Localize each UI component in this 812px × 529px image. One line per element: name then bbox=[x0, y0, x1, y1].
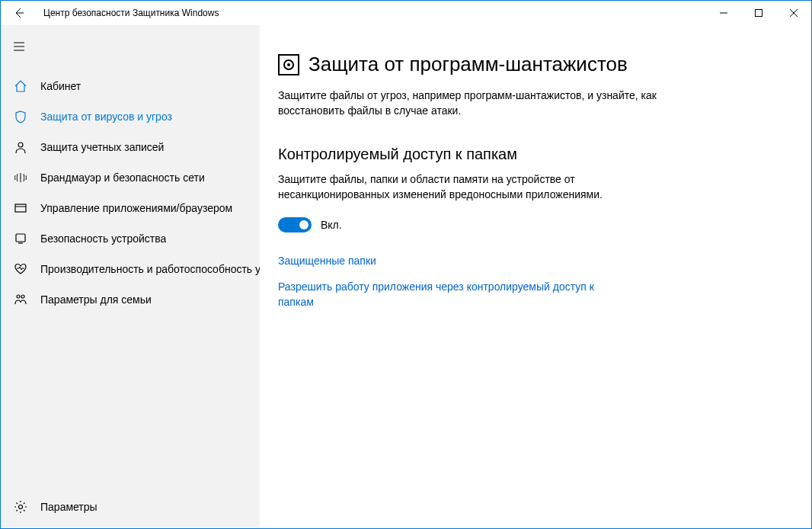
person-icon bbox=[13, 139, 28, 155]
main-content: Защита от программ-шантажистов Защитите … bbox=[260, 25, 811, 528]
svg-point-5 bbox=[21, 295, 24, 298]
app-control-icon bbox=[13, 200, 28, 216]
sidebar-item-home[interactable]: Кабинет bbox=[1, 71, 260, 101]
page-title: Защита от программ-шантажистов bbox=[308, 53, 628, 76]
toggle-label: Вкл. bbox=[321, 219, 342, 231]
controlled-folder-access-toggle[interactable] bbox=[278, 217, 312, 232]
close-button[interactable] bbox=[776, 1, 811, 25]
sidebar-item-label: Управление приложениями/браузером bbox=[40, 202, 232, 214]
sidebar-item-virus-protection[interactable]: Защита от вирусов и угроз bbox=[1, 101, 260, 132]
allow-app-link[interactable]: Разрешить работу приложения через контро… bbox=[278, 280, 613, 309]
svg-rect-3 bbox=[16, 234, 25, 242]
svg-point-1 bbox=[18, 143, 23, 147]
page-description: Защитите файлы от угроз, например програ… bbox=[278, 88, 674, 118]
sidebar-item-label: Безопасность устройства bbox=[40, 232, 166, 245]
heart-icon bbox=[13, 261, 28, 277]
titlebar: Центр безопасности Защитника Windows bbox=[1, 1, 811, 25]
protected-folders-link[interactable]: Защищенные папки bbox=[278, 254, 613, 269]
svg-rect-0 bbox=[756, 10, 762, 17]
home-icon bbox=[13, 79, 28, 94]
sidebar-item-performance[interactable]: Производительность и работоспособность у… bbox=[1, 254, 260, 284]
device-security-icon bbox=[13, 231, 28, 246]
signal-icon bbox=[13, 170, 28, 185]
gear-icon bbox=[13, 499, 28, 515]
sidebar: Кабинет Защита от вирусов и угроз Защита… bbox=[1, 25, 260, 528]
hamburger-button[interactable] bbox=[1, 31, 260, 62]
svg-rect-2 bbox=[15, 204, 26, 212]
sidebar-item-label: Кабинет bbox=[40, 80, 81, 92]
sidebar-item-account-protection[interactable]: Защита учетных записей bbox=[1, 132, 260, 162]
window-title: Центр безопасности Защитника Windows bbox=[43, 8, 219, 18]
minimize-button[interactable] bbox=[706, 1, 741, 25]
sidebar-item-label: Брандмауэр и безопасность сети bbox=[40, 172, 205, 184]
section-title: Контролируемый доступ к папкам bbox=[278, 146, 781, 163]
svg-point-4 bbox=[17, 295, 20, 298]
sidebar-item-settings[interactable]: Параметры bbox=[1, 492, 260, 522]
ransomware-icon bbox=[278, 54, 299, 75]
shield-icon bbox=[13, 109, 28, 124]
sidebar-item-label: Защита учетных записей bbox=[40, 141, 164, 153]
sidebar-item-label: Параметры bbox=[40, 501, 98, 513]
sidebar-item-label: Параметры для семьи bbox=[40, 293, 152, 306]
maximize-button[interactable] bbox=[741, 1, 776, 25]
back-button[interactable] bbox=[1, 1, 37, 25]
sidebar-item-family[interactable]: Параметры для семьи bbox=[1, 284, 260, 315]
svg-point-6 bbox=[19, 505, 23, 509]
sidebar-item-firewall[interactable]: Брандмауэр и безопасность сети bbox=[1, 162, 260, 193]
section-description: Защитите файлы, папки и области памяти н… bbox=[278, 172, 674, 202]
family-icon bbox=[13, 292, 28, 307]
sidebar-item-label: Производительность и работоспособность у… bbox=[40, 263, 260, 275]
sidebar-item-label: Защита от вирусов и угроз bbox=[40, 111, 172, 123]
sidebar-item-app-browser[interactable]: Управление приложениями/браузером bbox=[1, 193, 260, 223]
sidebar-item-device-security[interactable]: Безопасность устройства bbox=[1, 223, 260, 254]
